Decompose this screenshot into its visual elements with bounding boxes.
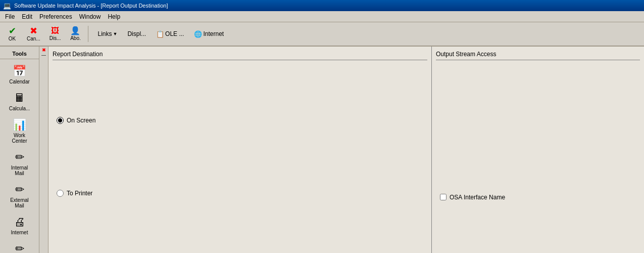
about-button[interactable]: 👤 Abo. (66, 25, 84, 43)
osa-interface-checkbox[interactable] (440, 194, 447, 200)
sidebar-item-internet-label: Internet (11, 230, 28, 235)
display2-button[interactable]: Displ... (124, 29, 150, 39)
sidebar-item-internal-mail[interactable]: ✏ Internal Mail (0, 147, 39, 180)
menu-bar: File Edit Preferences Window Help (0, 11, 644, 22)
create-shortcut-icon: ✏ (15, 242, 24, 253)
to-printer-radio[interactable] (57, 190, 64, 197)
title-bar: 💻 Software Update Impact Analysis - [Rep… (0, 0, 644, 11)
menu-help[interactable]: Help (105, 12, 123, 21)
ole-icon: 📋 (156, 30, 164, 38)
output-stream-content: OSA Interface Name (436, 64, 640, 249)
workcenter-icon: 📊 (13, 118, 26, 132)
osa-interface-label: OSA Interface Name (450, 194, 505, 201)
sidebar-item-calculator-label: Calcula... (9, 106, 30, 111)
links-label: Links (97, 30, 112, 37)
to-printer-option: To Printer (57, 190, 423, 197)
sidebar-item-external-mail[interactable]: ✏ External Mail (0, 180, 39, 212)
app-container: 💻 Software Update Impact Analysis - [Rep… (0, 0, 644, 253)
about-icon: 👤 (70, 27, 80, 35)
internet-icon: 🌐 (194, 30, 202, 38)
sidebar-item-calendar[interactable]: 📅 Calendar (0, 61, 39, 88)
to-printer-label: To Printer (67, 190, 92, 197)
internet-label: Internet (203, 30, 224, 37)
sidebar: Tools 📅 Calendar 🖩 Calcula... 📊 Work Cen… (0, 47, 39, 253)
app-icon: 💻 (3, 2, 11, 10)
radio-group: On Screen To Printer (57, 117, 423, 197)
sidebar-item-workcenter[interactable]: 📊 Work Center (0, 115, 39, 147)
sidebar-item-create-shortcut[interactable]: ✏ Create Shortcut (0, 239, 39, 253)
calendar-icon: 📅 (13, 65, 26, 78)
ok-label: OK (9, 36, 16, 41)
links-button[interactable]: Links ▼ (94, 29, 121, 39)
mini-close-icon[interactable]: ✖ (42, 48, 46, 53)
cancel-label: Can... (27, 36, 40, 41)
toolbar-separator (88, 26, 88, 42)
display-label: Dis... (49, 35, 61, 41)
report-destination-title: Report Destination (53, 51, 427, 60)
output-stream-panel: Output Stream Access OSA Interface Name (432, 47, 644, 253)
ok-button[interactable]: ✔ OK (3, 25, 21, 43)
sidebar-item-workcenter-label: Work Center (12, 133, 27, 144)
report-destination-panel: Report Destination On Screen To Printer (48, 47, 432, 253)
sidebar-item-internal-mail-label: Internal Mail (11, 165, 28, 176)
sidebar-item-external-mail-label: External Mail (10, 197, 29, 208)
on-screen-radio[interactable] (57, 117, 64, 124)
external-mail-icon: ✏ (15, 183, 24, 196)
calculator-icon: 🖩 (14, 92, 25, 105)
sidebar-header: Tools (0, 49, 39, 59)
display2-label: Displ... (127, 30, 146, 37)
sidebar-item-calculator[interactable]: 🖩 Calcula... (0, 88, 39, 115)
menu-edit[interactable]: Edit (19, 12, 35, 21)
report-destination-content: On Screen To Printer (53, 64, 427, 249)
osa-interface-option: OSA Interface Name (440, 194, 636, 201)
content-area: Tools 📅 Calendar 🖩 Calcula... 📊 Work Cen… (0, 47, 644, 253)
menu-window[interactable]: Window (76, 12, 104, 21)
menu-preferences[interactable]: Preferences (36, 12, 75, 21)
ok-icon: ✔ (9, 26, 16, 35)
mini-float-panel: ✖ — (39, 47, 48, 253)
output-stream-title: Output Stream Access (436, 51, 640, 60)
display-button[interactable]: 🖼 Dis... (46, 25, 65, 43)
menu-file[interactable]: File (2, 12, 18, 21)
window-title: Software Update Impact Analysis - [Repor… (14, 3, 168, 9)
mini-separator: — (41, 53, 46, 58)
ole-label: OLE ... (165, 30, 184, 37)
display-icon: 🖼 (51, 27, 59, 35)
cancel-button[interactable]: ✖ Can... (23, 25, 44, 43)
cancel-icon: ✖ (30, 26, 37, 35)
toolbar: ✔ OK ✖ Can... 🖼 Dis... 👤 Abo. Links ▼ Di… (0, 22, 644, 47)
about-label: Abo. (70, 35, 81, 41)
links-arrow-icon: ▼ (113, 31, 117, 36)
checkbox-group: OSA Interface Name (440, 194, 636, 201)
toolbar-link-group: Links ▼ Displ... 📋 OLE ... 🌐 Internet (94, 29, 227, 39)
sidebar-item-calendar-label: Calendar (9, 79, 30, 85)
internet-sidebar-icon: 🖨 (14, 216, 25, 229)
ole-button[interactable]: 📋 OLE ... (153, 29, 187, 39)
sidebar-item-internet[interactable]: 🖨 Internet (0, 212, 39, 239)
on-screen-option: On Screen (57, 117, 423, 124)
internet-button[interactable]: 🌐 Internet (190, 29, 227, 39)
internal-mail-icon: ✏ (15, 151, 24, 164)
main-content: Report Destination On Screen To Printer (48, 47, 644, 253)
on-screen-label: On Screen (67, 117, 95, 124)
